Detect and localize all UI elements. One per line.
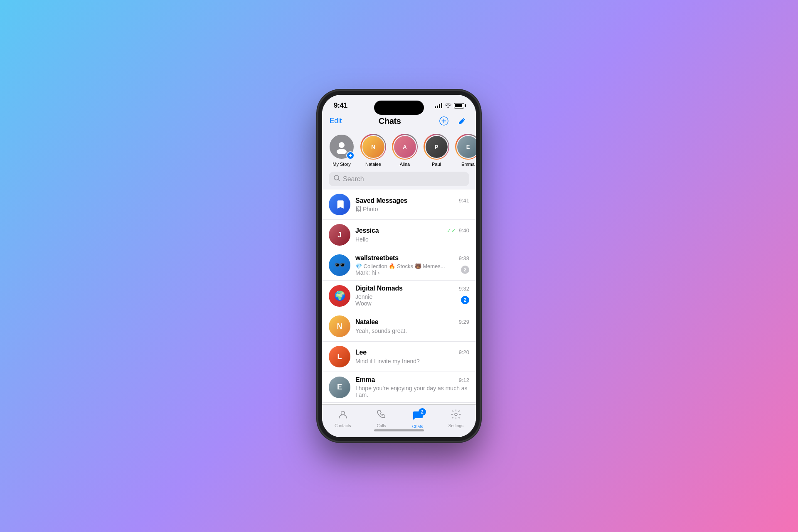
story-item-my-story[interactable]: + My Story (329, 134, 355, 167)
chat-preview-jessica: Hello (355, 236, 369, 243)
chat-name-saved: Saved Messages (355, 197, 407, 204)
chat-name-jessica: Jessica (355, 227, 379, 234)
chat-time-emma: 9:12 (459, 377, 469, 383)
chat-content-wsb: wallstreetbets 9:38 💎 Collection 🔥 Stock… (355, 254, 469, 276)
chat-content-jessica: Jessica ✓✓ 9:40 Hello (355, 227, 469, 243)
contacts-icon (337, 409, 348, 422)
story-name-paul: Paul (432, 162, 441, 167)
signal-icon (435, 103, 442, 108)
story-name-my-story: My Story (332, 162, 350, 167)
phone-screen: 9:41 Edit Chats (322, 95, 476, 437)
chat-name-emma: Emma (355, 376, 375, 384)
phone-wrapper: 9:41 Edit Chats (318, 91, 480, 441)
my-story-plus-btn[interactable]: + (346, 151, 355, 160)
header: Edit Chats (322, 113, 476, 131)
chat-item-nomads[interactable]: 🌍 Digital Nomads 9:32 Jennie Woow 2 (322, 281, 476, 311)
chat-preview-nomads-2: Woow (355, 300, 461, 307)
header-icons (438, 115, 468, 127)
dynamic-island (374, 101, 424, 115)
home-indicator (374, 429, 424, 431)
svg-point-4 (341, 411, 345, 415)
chat-content-nomads: Digital Nomads 9:32 Jennie Woow 2 (355, 285, 469, 307)
status-icons (435, 103, 464, 109)
jessica-avatar: J (329, 224, 350, 246)
story-item-emma[interactable]: E Emma (455, 134, 476, 167)
chat-item-natalee[interactable]: N Natalee 9:29 Yeah, sounds great. (322, 311, 476, 342)
tab-calls[interactable]: Calls (376, 409, 387, 428)
chats-tab-label: Chats (412, 424, 423, 429)
settings-label: Settings (448, 424, 463, 428)
chat-content-lee: Lee 9:20 Mind if I invite my friend? (355, 349, 469, 365)
story-name-emma: Emma (461, 162, 475, 167)
chat-item-jessica[interactable]: J Jessica ✓✓ 9:40 Hello (322, 220, 476, 250)
chat-list: Saved Messages 9:41 🖼 Photo J Jessica ✓ (322, 190, 476, 404)
battery-icon (454, 103, 464, 108)
chat-item-wsb[interactable]: 🕶️ wallstreetbets 9:38 💎 Collection 🔥 St… (322, 250, 476, 281)
search-placeholder: Search (343, 175, 364, 183)
chat-content-saved: Saved Messages 9:41 🖼 Photo (355, 197, 469, 212)
chats-badge: 2 (419, 408, 426, 416)
chat-time-wsb: 9:38 (459, 255, 469, 261)
edit-button[interactable]: Edit (330, 117, 342, 125)
nomads-avatar: 🌍 (329, 285, 350, 307)
search-icon (334, 175, 340, 183)
svg-point-2 (337, 149, 347, 154)
chat-preview-saved: 🖼 Photo (355, 206, 469, 212)
lee-avatar: L (329, 346, 350, 367)
tab-contacts[interactable]: Contacts (335, 409, 351, 428)
status-time: 9:41 (334, 101, 347, 110)
chat-preview-natalee: Yeah, sounds great. (355, 328, 407, 334)
chat-content-emma: Emma 9:12 I hope you're enjoying your da… (355, 376, 469, 398)
contacts-label: Contacts (335, 424, 351, 428)
chat-item-lee[interactable]: L Lee 9:20 Mind if I invite my friend? (322, 342, 476, 372)
svg-point-5 (455, 413, 457, 416)
chat-preview-wsb-1: 💎 Collection 🔥 Stocks 🐻 Memes... (355, 263, 461, 269)
chat-preview-wsb-2: Mark: hi › (355, 269, 461, 276)
compose-button[interactable] (456, 115, 468, 127)
story-item-paul[interactable]: P Paul (424, 134, 449, 167)
story-item-natalee[interactable]: N Natalee (360, 134, 386, 167)
wifi-icon (445, 103, 451, 109)
header-title: Chats (379, 116, 401, 126)
new-group-button[interactable] (438, 115, 450, 127)
chat-time-jessica: ✓✓ 9:40 (447, 227, 469, 234)
wsb-avatar: 🕶️ (329, 254, 350, 276)
calls-icon (376, 409, 387, 422)
chat-name-lee: Lee (355, 349, 367, 356)
tab-chats[interactable]: 2 Chats (412, 409, 424, 429)
story-item-alina[interactable]: A Alina (392, 134, 418, 167)
natalee-avatar: N (329, 315, 350, 337)
chat-preview-nomads-1: Jennie (355, 293, 461, 300)
saved-messages-avatar (329, 194, 350, 215)
chat-item-saved[interactable]: Saved Messages 9:41 🖼 Photo (322, 190, 476, 220)
chat-time-natalee: 9:29 (459, 319, 469, 325)
unread-badge-nomads: 2 (461, 296, 469, 304)
chat-name-wsb: wallstreetbets (355, 254, 399, 262)
story-name-alina: Alina (400, 162, 410, 167)
calls-label: Calls (377, 424, 386, 428)
tab-bar: Contacts Calls 2 (322, 404, 476, 437)
svg-point-1 (339, 142, 345, 148)
chat-preview-lee: Mind if I invite my friend? (355, 358, 420, 365)
tab-settings[interactable]: Settings (448, 409, 463, 428)
unread-badge-wsb: 2 (461, 266, 469, 274)
stories-row: + My Story N Natalee A (322, 131, 476, 172)
story-name-natalee: Natalee (365, 162, 381, 167)
chat-time-lee: 9:20 (459, 349, 469, 355)
chat-name-natalee: Natalee (355, 318, 379, 326)
chat-time-saved: 9:41 (459, 197, 469, 204)
emma-avatar: E (329, 377, 350, 398)
chat-name-nomads: Digital Nomads (355, 285, 403, 292)
chat-content-natalee: Natalee 9:29 Yeah, sounds great. (355, 318, 469, 335)
chat-time-nomads: 9:32 (459, 286, 469, 292)
settings-icon (451, 409, 461, 422)
chat-preview-emma: I hope you're enjoying your day as much … (355, 385, 469, 398)
search-bar[interactable]: Search (329, 172, 469, 186)
chat-item-emma[interactable]: E Emma 9:12 I hope you're enjoying your … (322, 372, 476, 403)
